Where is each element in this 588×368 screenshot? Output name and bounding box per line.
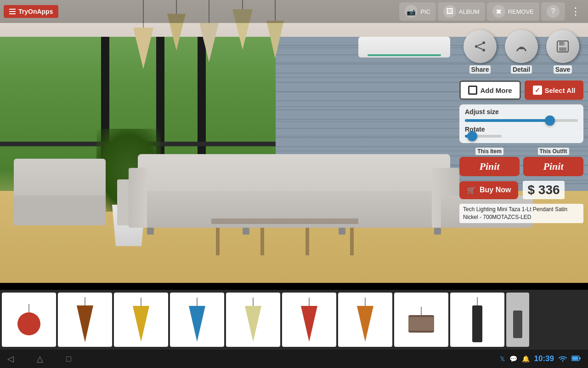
add-more-checkbox-icon [468, 86, 477, 95]
app-name: TryOnApps [18, 8, 53, 15]
help-button[interactable]: ? [541, 2, 565, 21]
this-outfit-pinit: This Outfit Pinit [523, 148, 583, 176]
lamp-thumb-1 [17, 304, 40, 335]
thumbnail-10[interactable] [506, 293, 529, 347]
buy-price-row: 🛒 Buy Now $ 336 [459, 181, 583, 199]
lamp-thumb-5 [245, 298, 261, 342]
wifi-icon [559, 355, 567, 363]
recents-button[interactable]: □ [66, 354, 71, 364]
size-slider-track[interactable] [465, 119, 578, 122]
thumbnail-4[interactable] [170, 293, 224, 347]
buy-now-label: Buy Now [480, 186, 511, 194]
album-label: ALBUM [459, 8, 480, 15]
this-item-pinit-button[interactable]: Pinit [459, 157, 520, 176]
armchair [14, 154, 124, 246]
buy-now-button[interactable]: 🛒 Buy Now [459, 181, 518, 199]
detail-button[interactable]: Detail [505, 30, 538, 74]
product-name: Tech Lighting Mini Taza 1-Lt Pendant Sat… [459, 204, 583, 223]
svg-point-0 [482, 41, 485, 44]
action-icons-row: Share Detail [459, 30, 583, 74]
top-bar: TryOnApps 📷 PIC 🖼 ALBUM ✖ REMOVE ? ⋮ [0, 0, 588, 23]
home-button[interactable]: △ [37, 354, 43, 364]
app-logo[interactable]: TryOnApps [4, 5, 58, 18]
twitter-icon: 𝕏 [500, 355, 505, 362]
svg-rect-7 [559, 47, 566, 51]
more-options-button[interactable]: ⋮ [567, 4, 584, 19]
svg-point-1 [475, 45, 478, 48]
detail-label: Detail [511, 65, 532, 74]
camera-icon: 📷 [405, 5, 418, 18]
back-button[interactable]: ◁ [7, 354, 14, 364]
svg-rect-11 [579, 357, 581, 359]
svg-line-3 [478, 44, 482, 46]
product-thumbnail-strip [0, 290, 588, 350]
status-time: 10:39 [534, 354, 554, 363]
remove-label: REMOVE [508, 8, 534, 15]
this-item-label: This Item [475, 148, 503, 155]
rotate-slider-thumb[interactable] [467, 131, 477, 141]
add-more-label: Add More [480, 86, 512, 94]
adjust-size-section: Adjust size Rotate [459, 104, 583, 143]
this-outfit-pinit-button[interactable]: Pinit [523, 157, 583, 176]
thumbnail-2[interactable] [58, 293, 112, 347]
thumbnail-6[interactable] [282, 293, 336, 347]
size-slider-thumb[interactable] [545, 115, 555, 126]
thumbnail-9[interactable] [450, 293, 504, 347]
svg-point-2 [482, 49, 485, 52]
hamburger-icon [9, 9, 16, 14]
status-bar: ◁ △ □ 𝕏 💬 🔔 10:39 [0, 350, 588, 368]
svg-rect-10 [572, 357, 578, 360]
status-bar-right: 𝕏 💬 🔔 10:39 [500, 354, 581, 363]
coffee-table [211, 218, 358, 255]
detail-icon [505, 30, 538, 63]
share-button[interactable]: Share [464, 30, 497, 74]
add-select-row: Add More Select All [459, 80, 583, 100]
thumbnail-5[interactable] [226, 293, 280, 347]
share-label: Share [469, 65, 491, 74]
thumbnail-1[interactable] [2, 293, 56, 347]
this-item-pinit: This Item Pinit [459, 148, 520, 176]
cart-icon: 🛒 [467, 186, 476, 195]
lamp-thumb-3 [133, 298, 149, 342]
add-more-button[interactable]: Add More [459, 80, 521, 100]
lamp-thumb-9 [472, 297, 482, 342]
notification-icon: 🔔 [522, 355, 530, 362]
remove-icon: ✖ [492, 5, 505, 18]
pic-label: PIC [420, 8, 430, 15]
svg-line-4 [478, 47, 482, 49]
thumbnail-8[interactable] [394, 293, 448, 347]
pic-button[interactable]: 📷 PIC [399, 2, 436, 21]
save-label: Save [554, 65, 572, 74]
rotate-slider-track[interactable] [465, 135, 502, 138]
thumbnail-3[interactable] [114, 293, 168, 347]
this-outfit-label: This Outfit [538, 148, 569, 155]
right-panel: Share Detail [455, 25, 588, 228]
help-icon: ? [547, 5, 560, 18]
size-slider-fill [465, 119, 550, 122]
remove-button[interactable]: ✖ REMOVE [487, 2, 539, 21]
save-button[interactable]: Save [546, 30, 579, 74]
top-bar-actions: 📷 PIC 🖼 ALBUM ✖ REMOVE ? ⋮ [399, 2, 584, 21]
lamp-thumb-4 [189, 298, 205, 342]
chat-icon: 💬 [509, 355, 517, 362]
lamp-thumb-7 [357, 298, 373, 342]
adjust-size-label: Adjust size [465, 108, 578, 115]
nav-buttons: ◁ △ □ [7, 354, 71, 364]
svg-rect-8 [564, 41, 565, 45]
thumbnail-7[interactable] [338, 293, 392, 347]
select-all-button[interactable]: Select All [525, 80, 583, 100]
save-icon [546, 30, 579, 63]
rotate-label: Rotate [465, 126, 578, 133]
lamp-thumb-8 [408, 307, 434, 333]
ac-unit [358, 37, 450, 58]
price-display: $ 336 [523, 181, 564, 199]
select-all-checkbox-icon [533, 86, 542, 95]
lamp-thumb-6 [301, 298, 317, 342]
select-all-label: Select All [545, 86, 576, 94]
album-icon: 🖼 [443, 5, 456, 18]
share-icon [464, 30, 497, 63]
pinit-section: This Item Pinit This Outfit Pinit [459, 148, 583, 176]
battery-icon [571, 355, 581, 362]
lamp-thumb-2 [77, 297, 93, 342]
album-button[interactable]: 🖼 ALBUM [438, 2, 485, 21]
